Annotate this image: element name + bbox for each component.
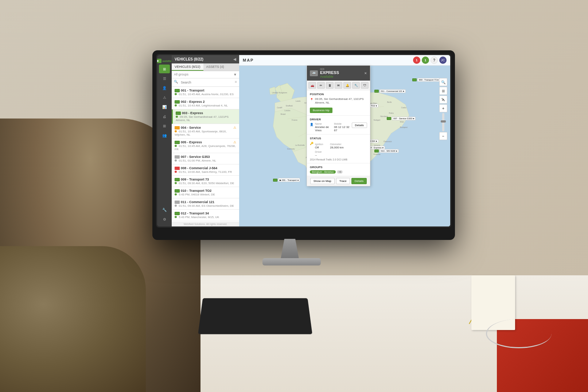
popup-tool-wrench[interactable]: 🔧 bbox=[352, 82, 360, 89]
map-zoom-in-btn[interactable]: + bbox=[439, 104, 447, 112]
marker-001[interactable]: ▶ 001 - Transport ● bbox=[273, 178, 300, 182]
status-dot-011 bbox=[175, 205, 177, 207]
driver-details-btn[interactable]: Details bbox=[352, 123, 367, 128]
filter-icon[interactable]: ▼ bbox=[233, 73, 237, 77]
svg-text:Hrvatska: Hrvatska bbox=[373, 154, 381, 155]
svg-text:Cardiff: Cardiff bbox=[277, 107, 283, 109]
popup-close-btn[interactable]: ✕ bbox=[364, 71, 367, 75]
monitor-outer: ▶ webfleet ⊞ ☰ 👤 ⚠ 📊 bbox=[152, 50, 455, 240]
search-glass-icon: 🔍 bbox=[174, 80, 178, 85]
group-more-btn[interactable]: +6 bbox=[337, 170, 343, 174]
sidebar-nav-chart[interactable]: 📊 bbox=[159, 102, 170, 111]
copyright-text: Webfleet Solutions. All rights reserved. bbox=[184, 223, 227, 225]
filter-btn[interactable]: ≡ bbox=[235, 80, 237, 85]
popup-tool-bell[interactable]: 🔔 bbox=[343, 82, 351, 89]
zoom-search-btn[interactable]: 🔍 bbox=[439, 78, 447, 86]
svg-text:United Kingdom: United Kingdom bbox=[272, 92, 287, 94]
odometer-col: Odometer 28,000 km bbox=[330, 143, 343, 149]
popup-status-section: STATUS 🔑 Ignition Off bbox=[307, 135, 370, 163]
popup-vehicle-thumbnail-icon: 🚐 bbox=[312, 71, 316, 75]
vehicle-item-010[interactable]: 010 - Transport TO2 5:43 PM, 04016 Winte… bbox=[172, 187, 239, 198]
driver-person-icon: 👤 bbox=[310, 123, 314, 127]
driver-mobile-value: 06 12 12 32 67 bbox=[334, 125, 350, 132]
vehicle-item-008[interactable]: 008 - Commercial J-564 01:51, 10:00 AM, … bbox=[172, 164, 239, 176]
panel-collapse-btn[interactable]: ◀ bbox=[233, 57, 236, 61]
marker-009[interactable]: 009 - Transport 73 ● bbox=[412, 78, 440, 82]
keyboard bbox=[198, 298, 312, 334]
vehicle-info-012: 5:43 PM, Manchester, M15, UK bbox=[175, 216, 236, 219]
marker-011[interactable]: 011 - Commercial 121 ● bbox=[374, 89, 406, 93]
show-on-map-btn[interactable]: Show on Map bbox=[310, 178, 335, 184]
vehicle-item-005[interactable]: 005 - Express ⚠ 01:51, 10:45 AM, A28, Qu… bbox=[172, 139, 239, 153]
marker-013[interactable]: 013 - SIS 9100 ● bbox=[374, 149, 399, 153]
sidebar-nav-print[interactable]: 🖨 bbox=[159, 112, 170, 121]
map-satellite-btn[interactable]: 🛰 bbox=[439, 96, 447, 104]
popup-tool-envelope[interactable]: ✉ bbox=[335, 82, 342, 89]
vehicle-icon-009 bbox=[175, 178, 180, 181]
svg-text:Praha: Praha bbox=[389, 112, 394, 114]
popup-vehicle-name: EXPRESS bbox=[320, 70, 339, 75]
marker-007[interactable]: 007 - Service G333 ● bbox=[387, 117, 416, 120]
sidebar-nav-people[interactable]: 👥 bbox=[159, 131, 170, 140]
business-trip-btn[interactable]: Business trip bbox=[310, 108, 332, 113]
sidebar-nav-list[interactable]: ☰ bbox=[159, 74, 170, 83]
vehicle-name-009: 009 - Transport 73 bbox=[181, 178, 209, 181]
map-title: MAP bbox=[243, 58, 254, 62]
map-area[interactable]: MAP 1 1 ? JC bbox=[239, 55, 450, 226]
key-icon: 🔑 bbox=[310, 142, 314, 145]
status-dot-004 bbox=[175, 130, 177, 132]
position-title: POSITION bbox=[310, 93, 367, 96]
sidebar-nav-settings[interactable]: ⚙ bbox=[159, 215, 170, 224]
status-dot-003 bbox=[176, 116, 178, 118]
popup-tool-edit[interactable]: ✏ bbox=[317, 82, 325, 89]
sidebar-nav-map[interactable]: ⊞ bbox=[159, 65, 170, 73]
vehicle-name-005: 005 - Express bbox=[181, 140, 202, 144]
svg-text:Österreich: Österreich bbox=[383, 140, 392, 143]
zoom-slider-track bbox=[442, 113, 444, 131]
panel-tabs: VEHICLES (8/22) ASSETS (4) bbox=[172, 63, 239, 71]
vehicle-icon-007 bbox=[175, 155, 180, 159]
vehicle-item-004[interactable]: 004 - Service ⚠ 01:51, 10:45 AM, Sportsw… bbox=[172, 124, 239, 139]
ignition-value: Off bbox=[315, 146, 323, 149]
notification-red[interactable]: 1 bbox=[413, 57, 420, 64]
tab-assets[interactable]: ASSETS (4) bbox=[203, 63, 227, 71]
vehicle-item-011[interactable]: 011 - Commercial 121 01:51, 09:30 AM, ES… bbox=[172, 198, 239, 210]
vehicle-item-009[interactable]: 009 - Transport 73 01:51, 09:30 AM, E20,… bbox=[172, 176, 239, 187]
tools-icon: 🔧 bbox=[162, 208, 167, 212]
sidebar-nav-person[interactable]: 👤 bbox=[159, 84, 170, 92]
details-btn[interactable]: Details bbox=[351, 178, 367, 184]
svg-text:London: London bbox=[284, 110, 291, 112]
user-avatar[interactable]: JC bbox=[439, 57, 447, 64]
status-dot-007 bbox=[175, 159, 177, 162]
zoom-slider-handle[interactable] bbox=[441, 120, 446, 123]
zoom-out-btn[interactable]: − bbox=[439, 132, 447, 140]
sidebar-nav-grid[interactable]: ⊞ bbox=[159, 121, 170, 130]
search-input[interactable] bbox=[179, 80, 233, 85]
vehicle-item-002[interactable]: 002 - Express 2 01:51, 10:43 AM, Leighto… bbox=[172, 98, 239, 109]
help-button[interactable]: ? bbox=[431, 57, 438, 64]
vehicle-item-003[interactable]: 003 - Express 09:35, Sie Gerhardtstraat … bbox=[172, 109, 239, 124]
popup-vehicle-thumbnail: 🚐 bbox=[310, 70, 318, 76]
sidebar-nav-alert[interactable]: ⚠ bbox=[159, 93, 170, 102]
tab-vehicles[interactable]: VEHICLES (8/22) bbox=[172, 63, 203, 71]
sidebar-nav-settings2[interactable]: 🔧 bbox=[159, 205, 170, 214]
vehicle-item-007[interactable]: 007 - Service G353 01:51, 01:00 PM, Alme… bbox=[172, 153, 239, 164]
vehicle-item-001[interactable]: 001 - Transport 01:51, 10:45 AM, Austria… bbox=[172, 87, 239, 98]
trace-btn[interactable]: Trace bbox=[336, 178, 350, 184]
status-dot-009 bbox=[175, 182, 177, 184]
vehicle-item-012[interactable]: 012 - Transport 34 5:43 PM, Manchester, … bbox=[172, 210, 239, 221]
warning-icon-004: ⚠ bbox=[233, 126, 236, 129]
status-row: 🔑 Ignition Off O bbox=[310, 141, 367, 157]
grid-icon: ⊞ bbox=[163, 124, 166, 128]
vehicle-name-011: 011 - Commercial 121 bbox=[181, 200, 214, 204]
vehicle-icon-004 bbox=[175, 126, 180, 129]
marker-label-007: 007 - Service G333 ● bbox=[392, 117, 416, 120]
popup-tool-shield[interactable]: 🛡 bbox=[361, 82, 369, 89]
alert-icon: ⚠ bbox=[163, 96, 166, 100]
notification-green[interactable]: 1 bbox=[422, 57, 429, 64]
map-layers-btn[interactable]: ⊞ bbox=[439, 87, 447, 95]
settings-icon: ⚙ bbox=[163, 217, 166, 221]
vehicle-icon-002 bbox=[175, 100, 180, 104]
popup-tool-delete[interactable]: 🗑 bbox=[326, 82, 334, 89]
popup-tool-car[interactable]: 🚗 bbox=[308, 82, 316, 89]
